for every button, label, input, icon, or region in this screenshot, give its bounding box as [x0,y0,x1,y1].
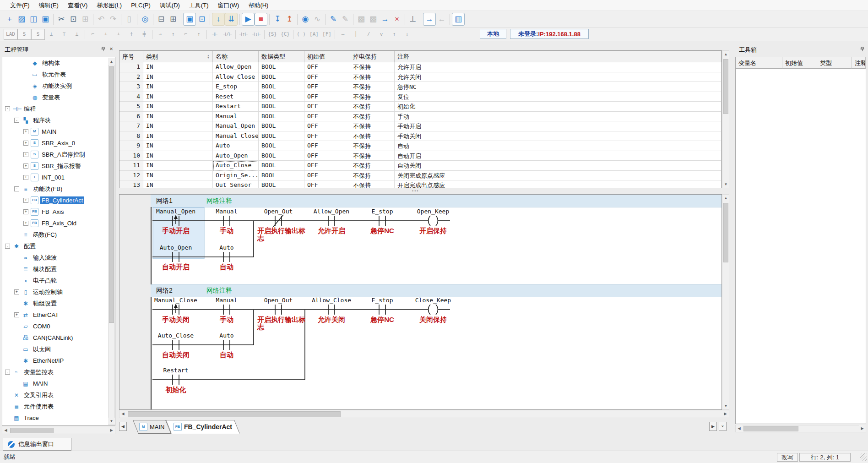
cell-datatype[interactable]: BOOL [259,112,304,122]
ladder-vscrollbar[interactable]: ▲ ▼ [722,194,729,410]
交叉引用表[interactable]: ✕ 交叉引用表 [2,389,115,401]
network-comment[interactable]: 网络注释 [206,197,232,205]
lad-editor-button[interactable]: LAD [4,29,17,40]
cell-initial[interactable]: OFF [304,161,350,171]
cell-datatype[interactable]: BOOL [259,180,304,188]
cell-initial[interactable]: OFF [304,112,350,122]
cell-retain[interactable]: 不保持 [350,102,395,112]
coil-reset-button[interactable]: {C} [279,29,292,39]
cell-datatype[interactable]: BOOL [259,92,304,102]
cell-category[interactable]: IN [143,161,213,171]
cell-retain[interactable]: 不保持 [350,180,395,188]
run-button[interactable]: ▶ [242,13,255,26]
logout-button[interactable]: ← [436,13,448,25]
查看(V)[interactable]: 查看(V) [63,0,92,11]
project-tree-vscrollbar[interactable]: ▲ ▼ [108,58,115,425]
splitter-handle[interactable]: ••• [119,188,729,194]
cell-datatype[interactable]: BOOL [259,141,304,151]
insert-cell-button[interactable]: ⊤ [58,29,71,39]
cell-retain[interactable]: 不保持 [350,131,395,142]
cell-category[interactable]: IN [143,82,213,92]
cell-name[interactable]: Restart [213,102,259,112]
电子凸轮[interactable]: ◖ 电子凸轮 [2,275,115,286]
compile-button[interactable]: ↓ [212,13,225,26]
new-file-button[interactable]: + [4,13,16,25]
cell-comment[interactable]: 初始化 [395,102,722,112]
delete-hline-button[interactable]: / [362,29,375,39]
table-vscrollbar[interactable]: ▲ ▼ [722,50,729,188]
element-label[interactable]: Allow_Close [312,297,351,304]
scroll-thumb[interactable] [723,203,728,262]
col-header-category[interactable]: 类别▲▼ [143,51,213,62]
trace-button[interactable]: ∿ [311,13,323,25]
element-label[interactable]: Manual_Open [156,208,195,215]
变量监控表[interactable]: - ≈ 变量监控表 [2,366,115,378]
project-tree-hscrollbar[interactable]: ◀ ▶ [2,427,115,434]
SBR_A启停控制[interactable]: + S SBR_A启停控制 [2,149,115,160]
cell-comment[interactable]: 自动开启 [395,151,722,161]
col-header-initial[interactable]: 初始值 [304,51,350,62]
cell-datatype[interactable]: BOOL [259,102,304,112]
cell-comment[interactable]: 复位 [395,92,722,102]
branch-start-button[interactable]: ⌐ [87,29,99,39]
sort-icon[interactable]: ▲▼ [207,54,210,59]
cell-datatype[interactable]: BOOL [259,121,304,131]
cell-category[interactable]: IN [143,72,213,82]
ladder-network-1[interactable]: Manual_Open Manual Open_Out Allow_Open E… [151,207,722,284]
scroll-up-icon[interactable]: ▲ [108,58,115,65]
cell-name[interactable]: Out Sensor [213,180,259,188]
PLC(P)[interactable]: PLC(P) [126,0,155,10]
tree-expander-icon[interactable]: - [5,106,10,111]
编程[interactable]: - ⊣⊢ 编程 [2,103,115,114]
element-label[interactable]: Open_Keep [417,208,450,215]
scroll-down-icon[interactable]: ▼ [108,418,115,425]
scroll-up-icon[interactable]: ▲ [722,51,729,58]
cell-initial[interactable]: OFF [304,82,350,92]
cell-datatype[interactable]: BOOL [259,72,304,82]
cut-button[interactable]: ✂ [55,13,67,25]
upload-button[interactable]: ↥ [283,13,295,25]
cell-initial[interactable]: OFF [304,102,350,112]
usb-test-button[interactable]: ⊥ [407,13,419,25]
line-up-button[interactable]: ↑ [167,29,179,39]
cell-category[interactable]: IN [143,92,213,102]
cell-datatype[interactable]: BOOL [259,82,304,92]
paste-button[interactable]: ⊞ [79,13,91,25]
delete-button[interactable]: ▯ [123,13,135,25]
INT_001[interactable]: + I INT_001 [2,172,115,183]
tree-expander-icon[interactable]: + [23,209,28,214]
SBR_指示报警[interactable]: + S SBR_指示报警 [2,160,115,172]
cell-name[interactable]: Auto_Open [213,151,259,161]
cell-initial[interactable]: OFF [304,131,350,142]
cascade-windows-button[interactable]: ▣ [183,13,196,26]
cell-retain[interactable]: 不保持 [350,161,395,171]
cell-comment[interactable]: 关闭完成原点感应 [395,171,722,181]
轴组设置[interactable]: ✱ 轴组设置 [2,298,115,309]
调试(D)[interactable]: 调试(D) [155,0,184,11]
insert-network-button[interactable]: ▩ [355,13,367,25]
tab-fb-cylinderact[interactable]: FBFB_CylinderAct [166,420,240,434]
函数(FC)[interactable]: ≡ 函数(FC) [2,229,115,240]
EtherCAT[interactable]: + ⇄ EtherCAT [2,309,115,321]
cell-initial[interactable]: OFF [304,171,350,181]
cell-retain[interactable]: 不保持 [350,82,395,92]
scroll-left-icon[interactable]: ◀ [2,427,9,434]
MAIN[interactable]: ▤ MAIN [2,378,115,389]
tree-expander-icon[interactable]: + [23,221,28,226]
draw-vline-button[interactable]: │ [349,29,362,39]
contact-falling-button[interactable]: ⊣↓⊢ [250,29,263,39]
cell-name[interactable]: Allow_Close [213,72,259,82]
变量表[interactable]: ◍ 变量表 [2,92,115,103]
cell-datatype[interactable]: BOOL [259,131,304,142]
cell-category[interactable]: IN [143,112,213,122]
col-header-datatype[interactable]: 数据类型 [259,51,304,62]
element-label[interactable]: Open_Out [264,297,293,304]
cell-name[interactable]: Manual_Close [213,131,259,142]
parallel-contact-button[interactable]: ╪ [138,29,151,39]
MAIN[interactable]: + M MAIN [2,126,115,137]
scroll-thumb[interactable] [10,428,54,433]
coil-f-button[interactable]: [F] [320,29,333,39]
模块配置[interactable]: ≣ 模块配置 [2,263,115,275]
coil-out-button[interactable]: ( ) [295,29,308,39]
cell-retain[interactable]: 不保持 [350,151,395,161]
